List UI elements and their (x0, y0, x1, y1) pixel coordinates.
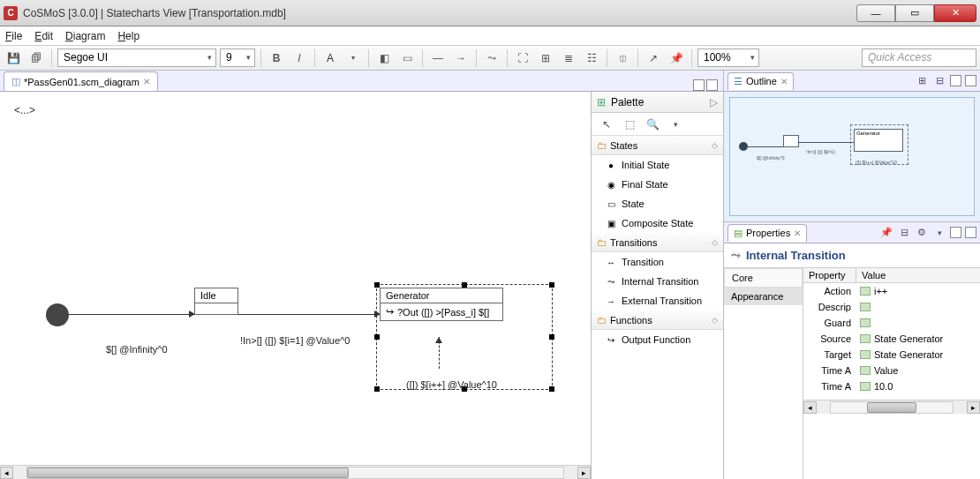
palette-group-states[interactable]: 🗀 States ◇ (592, 136, 723, 155)
fill-color-button[interactable]: ◧ (374, 49, 394, 68)
tab-close-button[interactable]: ✕ (143, 77, 150, 86)
prop-row-source[interactable]: SourceState Generator (803, 331, 980, 347)
window-minimize-button[interactable]: — (856, 4, 895, 22)
save-all-button[interactable]: 🗐 (26, 49, 46, 68)
outline-tree-button[interactable]: ⊟ (932, 74, 946, 88)
properties-hscroll[interactable]: ◂ ▸ (803, 400, 980, 414)
state-idle[interactable]: Idle (194, 288, 238, 315)
palette-marquee-tool[interactable]: ⬚ (620, 115, 639, 134)
transition-icon: ↔ (606, 257, 616, 267)
filter-button[interactable]: ⎅ (613, 49, 632, 68)
value-icon (860, 334, 871, 343)
prop-row-action[interactable]: Actioni++ (803, 283, 980, 299)
state-idle-label: Idle (195, 288, 237, 303)
transition-line[interactable] (238, 314, 380, 315)
window-maximize-button[interactable]: ▭ (895, 4, 934, 22)
properties-table: Property Value Actioni++ Descrip Guard S… (803, 268, 980, 479)
outline-mode-button[interactable]: ⊞ (915, 74, 929, 88)
palette-output-function[interactable]: ↪Output Function (592, 330, 723, 349)
prop-row-time-a-value[interactable]: Time A10.0 (803, 378, 980, 394)
output-function-icon: ↪ (606, 334, 616, 345)
categories-button[interactable]: ⊟ (897, 226, 911, 240)
palette-collapse-button[interactable]: ▷ (710, 96, 718, 109)
category-core[interactable]: Core (724, 268, 803, 288)
palette-select-tool[interactable]: ↖ (597, 115, 616, 134)
line-style-button[interactable]: — (428, 49, 448, 68)
transition-label: !In>[] ([]) $[i=1] @Value^0 (240, 335, 350, 346)
maximize-view-button[interactable] (706, 79, 718, 91)
palette-state[interactable]: ▭State (592, 194, 723, 213)
palette-group-functions[interactable]: 🗀 Functions ◇ (592, 311, 723, 330)
scroll-left-button[interactable]: ◂ (0, 467, 13, 479)
arrow-style-button[interactable]: → (451, 49, 471, 68)
category-appearance[interactable]: Appearance (724, 288, 803, 305)
window-close-button[interactable]: ✕ (934, 4, 976, 22)
diagram-canvas[interactable]: <...> $[] @Infinity^0 Idle !In> (0, 92, 591, 465)
menu-help[interactable]: Help (117, 30, 139, 42)
font-size-select[interactable]: 9 (220, 49, 255, 67)
font-select[interactable]: Segoe UI (57, 49, 216, 67)
pin-button[interactable]: 📌 (667, 49, 686, 68)
internal-transition-icon: ⤳ (731, 249, 741, 262)
palette-zoom-tool[interactable]: 🔍 (643, 115, 662, 134)
arrange-button[interactable]: ⊞ (536, 49, 555, 68)
italic-button[interactable]: I (290, 49, 309, 68)
composite-state-icon: ▣ (606, 218, 616, 228)
palette-internal-transition[interactable]: ⤳Internal Transition (592, 272, 723, 291)
close-icon[interactable]: ✕ (780, 77, 788, 86)
palette-external-transition[interactable]: →External Transition (592, 291, 723, 311)
scrollbar-thumb[interactable] (867, 402, 916, 413)
zoom-select[interactable]: 100% (697, 49, 759, 67)
close-icon[interactable]: ✕ (794, 228, 801, 238)
quick-access-input[interactable]: Quick Access (862, 49, 976, 67)
palette-initial-state[interactable]: ●Initial State (592, 155, 723, 175)
pin-button[interactable]: 📌 (879, 226, 893, 240)
scroll-right-button[interactable]: ▸ (967, 401, 980, 414)
prop-row-time-a[interactable]: Time AValue (803, 363, 980, 378)
outline-thumbnail[interactable]: Generator $[] @Infinity^0 !In>[] ([]) $[… (724, 92, 980, 222)
diagram-file-icon: ◫ (11, 76, 20, 87)
bold-button[interactable]: B (267, 49, 286, 68)
scroll-right-button[interactable]: ▸ (577, 467, 591, 479)
align-button[interactable]: ≣ (559, 49, 578, 68)
minimize-view-button[interactable] (693, 79, 705, 91)
select-button[interactable]: ⛶ (513, 49, 532, 68)
menu-file[interactable]: File (5, 30, 22, 42)
palette-group-transitions[interactable]: 🗀 Transitions ◇ (592, 233, 723, 252)
prop-row-target[interactable]: TargetState Generator (803, 347, 980, 363)
menu-edit[interactable]: Edit (34, 30, 53, 42)
prop-row-guard[interactable]: Guard (803, 315, 980, 331)
palette-final-state[interactable]: ◉Final State (592, 175, 723, 194)
distribute-button[interactable]: ☷ (582, 49, 601, 68)
minimize-view-button[interactable] (950, 227, 961, 238)
prop-row-description[interactable]: Descrip (803, 299, 980, 315)
router-button[interactable]: ⤳ (482, 49, 501, 68)
filter-button[interactable]: ⚙ (915, 226, 929, 240)
internal-transition-label: ([]) $[i++] @Value^10 (406, 379, 497, 390)
properties-tab[interactable]: ▤ Properties ✕ (727, 224, 807, 242)
horizontal-scrollbar[interactable]: ◂ ▸ (0, 465, 591, 479)
maximize-view-button[interactable] (965, 227, 976, 238)
internal-transition-icon: ⤳ (606, 276, 616, 287)
palette-composite-state[interactable]: ▣Composite State (592, 213, 723, 233)
palette-transition[interactable]: ↔Transition (592, 252, 723, 272)
menu-button[interactable]: ▾ (932, 226, 946, 240)
palette-note-tool[interactable]: ▾ (666, 115, 685, 134)
outline-tab[interactable]: ☰ Outline ✕ (727, 72, 794, 90)
connector-button[interactable]: ↗ (644, 49, 663, 68)
minimize-view-button[interactable] (950, 75, 961, 86)
properties-categories: Core Appearance (724, 268, 803, 479)
scroll-left-button[interactable]: ◂ (803, 401, 817, 414)
initial-state-node[interactable] (46, 303, 69, 326)
tab-diagram[interactable]: ◫ *PassGen01.scm_diagram ✕ (4, 71, 158, 91)
transition-line[interactable] (69, 314, 194, 315)
palette-title: Palette (611, 96, 644, 109)
dropdown-icon[interactable]: ▾ (343, 49, 363, 68)
font-color-button[interactable]: A (320, 49, 340, 68)
menu-diagram[interactable]: Diagram (65, 30, 105, 42)
scrollbar-thumb[interactable] (27, 468, 349, 478)
value-icon (860, 287, 871, 296)
line-color-button[interactable]: ▭ (397, 49, 417, 68)
save-button[interactable]: 💾 (4, 49, 23, 68)
maximize-view-button[interactable] (965, 75, 976, 86)
